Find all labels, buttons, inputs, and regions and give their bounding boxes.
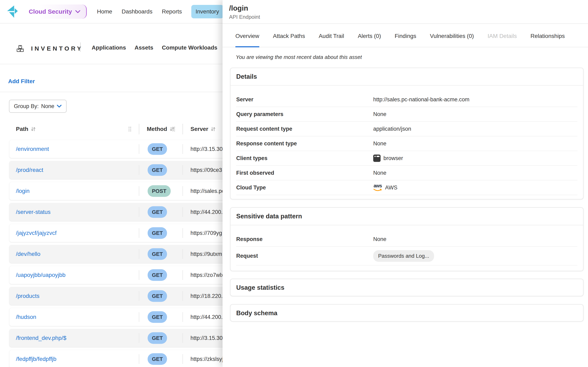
tab-attack-paths[interactable]: Attack Paths [273, 24, 305, 47]
detail-row: Cloud Type aws AWS [236, 180, 577, 195]
tab-overview[interactable]: Overview [235, 24, 259, 47]
endpoint-path-link[interactable]: /login [16, 188, 30, 194]
column-divider [139, 144, 139, 154]
endpoint-path-link[interactable]: /products [16, 293, 39, 299]
endpoint-path-link[interactable]: /fedpffjb/fedpffjb [16, 356, 56, 362]
detail-value: aws AWS [373, 184, 398, 192]
method-badge: GET [148, 227, 167, 239]
table-row[interactable]: /frontend_dev.php/$ GET http://3.15.30 [9, 329, 246, 347]
endpoint-path-link[interactable]: /dev/hello [16, 251, 40, 257]
tab-findings[interactable]: Findings [395, 24, 416, 47]
nav-item-dashboards[interactable]: Dashboards [122, 8, 153, 15]
column-divider [139, 270, 139, 280]
tab-relationships[interactable]: Relationships [530, 24, 565, 47]
column-divider [182, 291, 183, 301]
client-type-text: browser [383, 155, 403, 161]
endpoint-path-link[interactable]: /frontend_dev.php/$ [16, 335, 66, 341]
detail-value: None [373, 141, 387, 147]
method-badge: GET [148, 269, 167, 281]
method-badge: GET [148, 248, 167, 260]
usage-statistics-title: Usage statistics [231, 279, 583, 296]
brand-logo-icon[interactable] [7, 5, 18, 18]
detail-label: Client types [236, 155, 373, 161]
detail-label: Server [236, 96, 373, 103]
sort-icon[interactable] [30, 126, 36, 132]
table-row[interactable]: /uapoyjbb/uapoyjbb GET https://zo7wlx [9, 266, 246, 284]
group-by-dropdown[interactable]: Group By: None [9, 100, 67, 113]
sensitive-data-card: Sensitive data pattern Response None Req… [230, 207, 584, 271]
detail-row: Server http://sales.pc-national-bank-acm… [236, 92, 577, 107]
column-divider [182, 228, 183, 238]
tab-compute-workloads[interactable]: Compute Workloads [162, 44, 217, 51]
endpoint-path-link[interactable]: /prod/react [16, 167, 43, 173]
tab-alerts[interactable]: Alerts (0) [358, 24, 381, 47]
column-divider [182, 354, 183, 364]
nav-item-inventory[interactable]: Inventory [191, 5, 223, 18]
details-card-title: Details [231, 68, 583, 86]
column-divider [182, 207, 183, 217]
body-schema-title: Body schema [231, 305, 583, 322]
table-row[interactable]: /environment GET http://3.15.30 [9, 140, 246, 158]
panel-subtitle: API Endpoint [229, 14, 260, 20]
table-row[interactable]: /login POST http://sales.pc [9, 182, 246, 200]
detail-row: Query parameters None [236, 107, 577, 122]
column-divider [139, 312, 139, 322]
table-row[interactable]: /fedpffjb/fedpffjb GET https://zkslsyj [9, 350, 246, 367]
nav-item-reports[interactable]: Reports [162, 8, 182, 15]
body-schema-card[interactable]: Body schema [230, 304, 584, 322]
tab-applications[interactable]: Applications [92, 44, 126, 51]
column-divider [182, 333, 183, 343]
column-divider [182, 186, 183, 196]
column-divider [182, 144, 183, 154]
detail-value: application/json [373, 126, 411, 132]
column-drag-handle-icon[interactable] [128, 126, 131, 132]
table-row[interactable]: /jajyzvcf/jajyzvcf GET https://709yg [9, 224, 246, 242]
divider [80, 42, 81, 52]
table-row[interactable]: /prod/react GET https://09ce3 [9, 161, 246, 179]
product-switcher[interactable]: Cloud Security [23, 4, 87, 19]
chevron-down-icon [75, 10, 80, 13]
column-divider [139, 228, 139, 238]
recency-note: You are viewing the most recent data abo… [236, 54, 362, 60]
column-header-path: Path [16, 126, 28, 132]
column-drag-handle-icon[interactable] [172, 126, 175, 132]
method-badge: GET [148, 143, 167, 155]
table-row[interactable]: /products GET http://18.220. [9, 287, 246, 305]
asset-detail-panel: /login API Endpoint Overview Attack Path… [223, 0, 588, 367]
chevron-down-icon [57, 105, 62, 108]
table-row[interactable]: /hudson GET http://44.200. [9, 308, 246, 326]
panel-title: /login [229, 4, 248, 12]
table-header: Path Method Server [0, 122, 223, 136]
detail-row: Request Passwords and Log... [236, 247, 577, 266]
sensitive-pattern-chip: Passwords and Log... [373, 250, 434, 262]
detail-label: First observed [236, 170, 373, 176]
usage-statistics-card[interactable]: Usage statistics [230, 279, 584, 296]
detail-value: None [373, 111, 387, 117]
sort-icon[interactable] [210, 126, 216, 132]
column-divider [182, 249, 183, 259]
panel-header: /login API Endpoint [223, 0, 588, 24]
server-cell: http://44.200. [190, 209, 223, 215]
endpoint-path-link[interactable]: /environment [16, 146, 49, 152]
add-filter-button[interactable]: Add Filter [8, 78, 35, 85]
column-divider [139, 333, 139, 343]
column-header-server: Server [190, 126, 208, 132]
detail-row: Response None [236, 232, 577, 247]
endpoint-path-link[interactable]: /hudson [16, 314, 36, 320]
table-row[interactable]: /server-status GET http://44.200. [9, 203, 246, 221]
nav-item-home[interactable]: Home [97, 8, 112, 15]
column-divider [182, 165, 183, 175]
column-divider [139, 207, 139, 217]
endpoint-path-link[interactable]: /server-status [16, 209, 51, 215]
endpoint-path-link[interactable]: /uapoyjbb/uapoyjbb [16, 272, 66, 278]
server-cell: http://44.200. [190, 314, 223, 320]
table-row[interactable]: /dev/hello GET https://9utxm [9, 245, 246, 263]
endpoint-path-link[interactable]: /jajyzvcf/jajyzvcf [16, 230, 57, 236]
tab-audit-trail[interactable]: Audit Trail [319, 24, 344, 47]
column-divider [139, 165, 139, 175]
server-cell: https://709yg [190, 230, 222, 236]
column-divider [139, 291, 139, 301]
tab-assets[interactable]: Assets [135, 44, 153, 51]
detail-row: First observed None [236, 166, 577, 180]
tab-vulnerabilities[interactable]: Vulnerabilities (0) [430, 24, 474, 47]
